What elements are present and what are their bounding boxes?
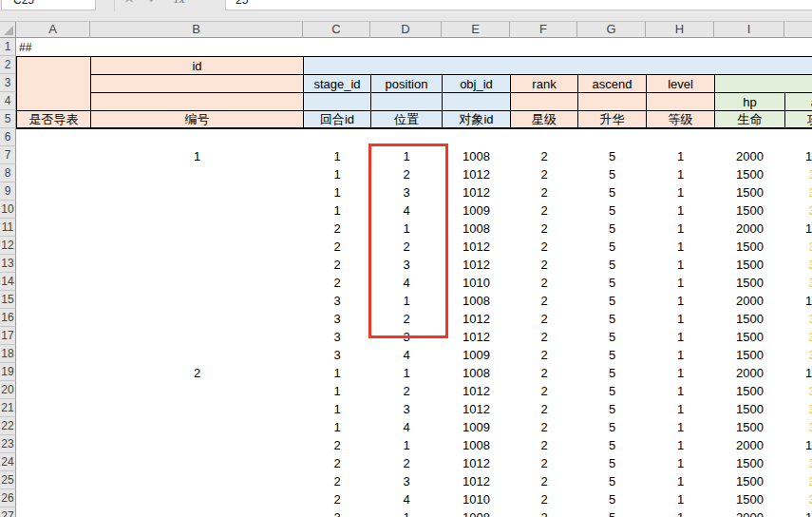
cell-F16-value[interactable]: 2 — [510, 309, 578, 328]
cell-G22-value[interactable]: 5 — [577, 417, 647, 436]
cell-C1[interactable] — [303, 38, 371, 57]
row-header-27[interactable]: 27 — [0, 507, 16, 517]
cell-H23-value[interactable]: 1 — [646, 435, 715, 454]
cell-A13[interactable] — [16, 255, 91, 274]
cell-H9-value[interactable]: 1 — [646, 182, 715, 201]
cell-C7-value[interactable]: 1 — [303, 146, 371, 165]
cell-H7-value[interactable]: 1 — [646, 146, 715, 165]
cell-I12-value[interactable]: 1500 — [714, 237, 785, 256]
row-header-25[interactable]: 25 — [0, 471, 16, 489]
cell-C25-value[interactable]: 2 — [303, 471, 371, 490]
cell-I13-value[interactable]: 1500 — [714, 255, 785, 274]
cell-G18-value[interactable]: 5 — [577, 345, 647, 364]
cell-G26-value[interactable]: 5 — [577, 489, 647, 508]
cell-I16-value[interactable]: 1500 — [714, 309, 785, 328]
cell-G6[interactable] — [577, 128, 647, 147]
cell-G21-value[interactable]: 5 — [577, 399, 647, 418]
cell-C21-value[interactable]: 1 — [303, 399, 371, 418]
cell-C6[interactable] — [303, 128, 371, 147]
header-cell-export-flag[interactable]: 是否导表 — [16, 110, 91, 129]
cell-I19-value[interactable]: 2000 — [714, 363, 785, 382]
cell-H10-value[interactable]: 1 — [646, 201, 715, 220]
cell-D25-value[interactable]: 3 — [370, 471, 443, 490]
cell-D16-value[interactable]: 2 — [370, 309, 443, 328]
header-cell-position[interactable]: position — [370, 74, 443, 93]
cell-B13[interactable] — [90, 255, 304, 274]
cell-B27[interactable] — [90, 507, 304, 517]
cell-G9-value[interactable]: 5 — [577, 182, 647, 201]
cell-F7-value[interactable]: 2 — [510, 146, 578, 165]
cell-J18-value[interactable]: 350 — [784, 345, 812, 364]
cell-G19-value[interactable]: 5 — [577, 363, 647, 382]
cell-G15-value[interactable]: 5 — [577, 291, 647, 310]
cell-G7-value[interactable]: 5 — [577, 146, 647, 165]
cell-A21[interactable] — [16, 399, 91, 418]
cell-J20-value[interactable]: 350 — [784, 381, 812, 400]
cell-C19-value[interactable]: 1 — [303, 363, 371, 382]
cell-E14-value[interactable]: 1010 — [442, 273, 511, 292]
cell-E22-value[interactable]: 1009 — [442, 417, 511, 436]
cell-G13-value[interactable]: 5 — [577, 255, 647, 274]
cell-F19-value[interactable]: 2 — [510, 363, 578, 382]
cell-A17[interactable] — [16, 327, 91, 346]
cell-F21-value[interactable]: 2 — [510, 399, 578, 418]
cell-H15-value[interactable]: 1 — [646, 291, 715, 310]
header-cell-C4[interactable] — [303, 92, 371, 111]
cell-I14-value[interactable]: 1500 — [714, 273, 785, 292]
header-cell-id[interactable]: id — [90, 56, 304, 75]
cell-G10-value[interactable]: 5 — [577, 201, 647, 220]
cell-I21-value[interactable]: 1500 — [714, 399, 785, 418]
cell-J13-value[interactable]: 350 — [784, 255, 812, 274]
cell-G14-value[interactable]: 5 — [577, 273, 647, 292]
header-cell-hp[interactable]: hp — [714, 92, 785, 111]
cell-E6[interactable] — [442, 128, 511, 147]
row-header-19[interactable]: 19 — [0, 363, 16, 381]
cell-G20-value[interactable]: 5 — [577, 381, 647, 400]
cell-J21-value[interactable]: 350 — [784, 399, 812, 418]
cell-A26[interactable] — [16, 489, 91, 508]
cell-I20-value[interactable]: 1500 — [714, 381, 785, 400]
cell-G27-value[interactable]: 5 — [577, 507, 647, 517]
header-cell-level-cn[interactable]: 等级 — [646, 110, 715, 129]
cell-B20[interactable] — [90, 381, 304, 400]
cell-A24[interactable] — [16, 453, 91, 472]
column-header-clipped[interactable] — [784, 21, 812, 38]
cell-H11-value[interactable]: 1 — [646, 219, 715, 238]
header-cell-stage-id[interactable]: stage_id — [303, 74, 371, 93]
cell-H26-value[interactable]: 1 — [646, 489, 715, 508]
cell-G24-value[interactable]: 5 — [577, 453, 647, 472]
cell-C18-value[interactable]: 3 — [303, 345, 371, 364]
name-box-dropdown-icon[interactable]: ▾ — [98, 0, 103, 2]
cell-F1[interactable] — [510, 38, 578, 57]
cell-G12-value[interactable]: 5 — [577, 237, 647, 256]
cell-D12-value[interactable]: 2 — [370, 237, 443, 256]
cell-J8-value[interactable]: 350 — [784, 164, 812, 183]
header-cell-number-cn[interactable]: 编号 — [90, 110, 304, 129]
header-cell-ascend[interactable]: ascend — [577, 74, 647, 93]
header-cell-H4[interactable] — [646, 92, 715, 111]
cell-D22-value[interactable]: 4 — [370, 417, 443, 436]
cell-F14-value[interactable]: 2 — [510, 273, 578, 292]
cell-A7[interactable] — [16, 146, 91, 165]
cell-H25-value[interactable]: 1 — [646, 471, 715, 490]
cell-J9-value[interactable]: 350 — [784, 182, 812, 201]
header-cell-G4[interactable] — [577, 92, 647, 111]
row-header-15[interactable]: 15 — [0, 291, 16, 309]
cell-G17-value[interactable]: 5 — [577, 327, 647, 346]
row-header-7[interactable]: 7 — [0, 146, 16, 164]
header-cell-round-id-cn[interactable]: 回合id — [303, 110, 371, 129]
cell-H20-value[interactable]: 1 — [646, 381, 715, 400]
column-header-B[interactable]: B — [90, 21, 303, 38]
cell-B15[interactable] — [90, 291, 304, 310]
cell-E8-value[interactable]: 1012 — [442, 164, 511, 183]
cell-J1[interactable] — [784, 38, 812, 57]
cell-G25-value[interactable]: 5 — [577, 471, 647, 490]
cell-E15-value[interactable]: 1008 — [442, 291, 511, 310]
header-cell-atk-cn[interactable]: 攻击 — [784, 110, 812, 129]
cell-B19-value[interactable]: 2 — [90, 363, 304, 382]
cell-J15-value[interactable]: 1500 — [784, 291, 812, 310]
cell-F10-value[interactable]: 2 — [510, 201, 578, 220]
cell-J23-value[interactable]: 1500 — [784, 435, 812, 454]
cell-F22-value[interactable]: 2 — [510, 417, 578, 436]
cell-D21-value[interactable]: 3 — [370, 399, 443, 418]
